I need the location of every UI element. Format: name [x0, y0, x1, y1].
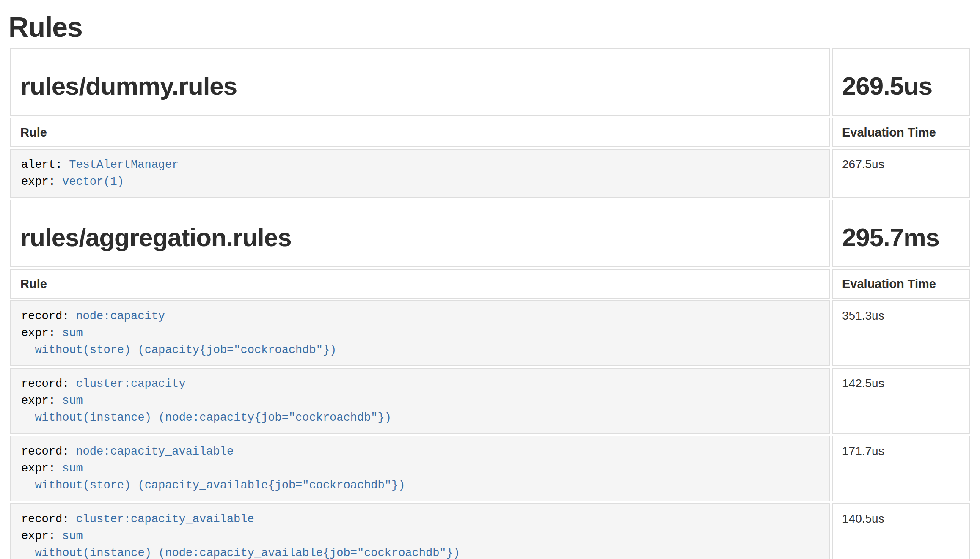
rule-definition-cell: record:node:capacity expr:sum without(st…: [10, 300, 830, 366]
rules-table: rules/dummy.rules 269.5us Rule Evaluatio…: [8, 47, 972, 559]
rule-name-link[interactable]: node:capacity_available: [76, 445, 234, 458]
rule-keyword: alert:: [21, 159, 62, 171]
rule-expr-link[interactable]: vector(1): [62, 175, 124, 188]
rule-row: alert:TestAlertManager expr:vector(1) 26…: [10, 149, 970, 198]
rule-line: expr:vector(1): [21, 173, 819, 190]
rule-group-file-name: rules/aggregation.rules: [20, 223, 820, 252]
rule-keyword: expr:: [21, 395, 55, 407]
rule-row: record:cluster:capacity_available expr:s…: [10, 503, 970, 559]
rule-group-header-row: rules/dummy.rules 269.5us: [10, 48, 970, 116]
rule-name-link[interactable]: node:capacity: [76, 310, 165, 323]
evaluation-time-column-header: Evaluation Time: [832, 118, 970, 147]
rule-evaluation-time: 351.3us: [832, 300, 970, 366]
rules-page: Rules rules/dummy.rules 269.5us Rule Eva…: [0, 11, 980, 559]
rule-line: expr:sum without(store) (capacity{job="c…: [21, 325, 819, 359]
evaluation-time-column-header: Evaluation Time: [832, 269, 970, 299]
column-header-row: Rule Evaluation Time: [10, 118, 970, 147]
rule-keyword: expr:: [21, 327, 55, 340]
rule-line: expr:sum without(instance) (node:capacit…: [21, 528, 819, 559]
rule-name-link[interactable]: cluster:capacity_available: [76, 513, 254, 526]
rule-keyword: record:: [21, 513, 69, 526]
rule-group-evaluation-time: 295.7ms: [842, 223, 960, 252]
rule-expr-link[interactable]: sum without(instance) (node:capacity{job…: [21, 395, 391, 424]
rule-evaluation-time: 142.5us: [832, 368, 970, 434]
rule-keyword: expr:: [21, 462, 55, 475]
page-title: Rules: [8, 11, 972, 43]
rule-row: record:node:capacity expr:sum without(st…: [10, 300, 970, 366]
rule-name-link[interactable]: cluster:capacity: [76, 378, 185, 390]
rule-keyword: record:: [21, 378, 69, 390]
rule-group-header-row: rules/aggregation.rules 295.7ms: [10, 200, 970, 267]
rule-row: record:node:capacity_available expr:sum …: [10, 436, 970, 501]
rule-column-header: Rule: [10, 269, 830, 299]
rule-keyword: expr:: [21, 175, 55, 188]
rule-row: record:cluster:capacity expr:sum without…: [10, 368, 970, 434]
rule-group-file-cell: rules/dummy.rules: [10, 48, 830, 116]
rule-group-file-name: rules/dummy.rules: [20, 72, 820, 101]
rule-group-time-cell: 295.7ms: [832, 200, 970, 267]
rule-definition-cell: record:node:capacity_available expr:sum …: [10, 436, 830, 501]
rule-evaluation-time: 171.7us: [832, 436, 970, 501]
rule-evaluation-time: 267.5us: [832, 149, 970, 198]
rule-line: record:cluster:capacity: [21, 375, 819, 392]
rule-line: expr:sum without(store) (capacity_availa…: [21, 460, 819, 494]
rule-line: record:cluster:capacity_available: [21, 511, 819, 528]
rule-evaluation-time: 140.5us: [832, 503, 970, 559]
rule-line: record:node:capacity: [21, 308, 819, 325]
rule-column-header: Rule: [10, 118, 830, 147]
rule-definition-cell: record:cluster:capacity expr:sum without…: [10, 368, 830, 434]
rule-group-time-cell: 269.5us: [832, 48, 970, 116]
rule-line: record:node:capacity_available: [21, 443, 819, 460]
rule-keyword: record:: [21, 310, 69, 323]
rule-definition-cell: record:cluster:capacity_available expr:s…: [10, 503, 830, 559]
column-header-row: Rule Evaluation Time: [10, 269, 970, 299]
rule-line: expr:sum without(instance) (node:capacit…: [21, 392, 819, 426]
rule-keyword: record:: [21, 445, 69, 458]
rule-definition-cell: alert:TestAlertManager expr:vector(1): [10, 149, 830, 198]
rule-expr-link[interactable]: sum without(store) (capacity_available{j…: [21, 462, 405, 492]
rule-group-evaluation-time: 269.5us: [842, 72, 960, 101]
rule-group-file-cell: rules/aggregation.rules: [10, 200, 830, 267]
rule-line: alert:TestAlertManager: [21, 156, 819, 173]
rule-name-link[interactable]: TestAlertManager: [69, 159, 179, 171]
rule-expr-link[interactable]: sum without(store) (capacity{job="cockro…: [21, 327, 336, 356]
rule-expr-link[interactable]: sum without(instance) (node:capacity_ava…: [21, 530, 460, 559]
rule-keyword: expr:: [21, 530, 55, 543]
